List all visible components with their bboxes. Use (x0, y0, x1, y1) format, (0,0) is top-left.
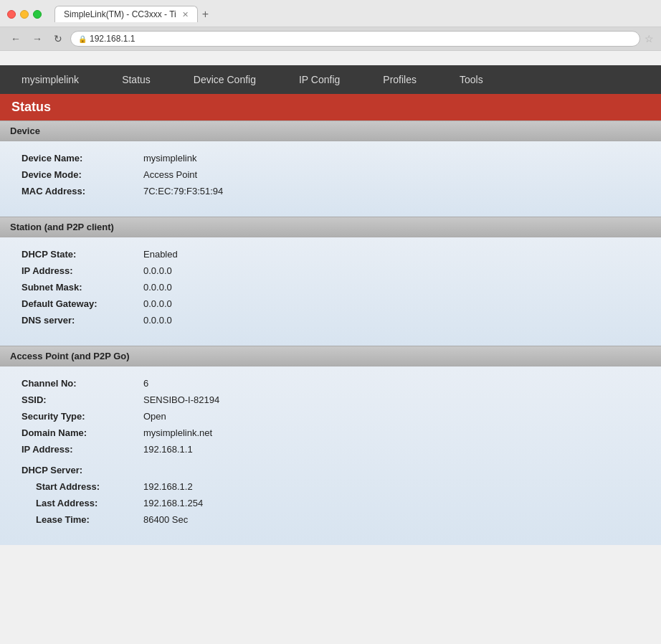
traffic-lights (7, 10, 42, 19)
subnet-mask-label: Subnet Mask: (22, 282, 143, 293)
section-station-header: Station (and P2P client) (0, 217, 661, 237)
minimize-button[interactable] (20, 10, 29, 19)
active-tab[interactable]: SimpleLink(TM) - CC3xxx - Ti ✕ (54, 6, 198, 22)
lock-icon: 🔒 (78, 35, 87, 43)
back-button[interactable]: ← (7, 32, 24, 46)
device-name-value: mysimplelink (143, 153, 196, 164)
security-type-value: Open (143, 411, 166, 422)
security-type-label: Security Type: (22, 411, 143, 422)
channel-no-label: Channel No: (22, 378, 143, 389)
station-ip-value: 0.0.0.0 (143, 265, 172, 276)
page-title-bar: Status (0, 94, 661, 120)
nav-item-status[interactable]: Status (100, 65, 172, 94)
maximize-button[interactable] (33, 10, 42, 19)
page-title: Status (11, 100, 650, 115)
bookmark-button[interactable]: ☆ (645, 33, 654, 44)
channel-no-value: 6 (143, 378, 148, 389)
reload-button[interactable]: ↻ (50, 32, 66, 46)
dhcp-state-label: DHCP State: (22, 249, 143, 260)
default-gateway-label: Default Gateway: (22, 298, 143, 309)
table-row: Security Type: Open (22, 411, 639, 422)
table-row: Default Gateway: 0.0.0.0 (22, 298, 639, 309)
table-row: Start Address: 192.168.1.2 (22, 481, 639, 492)
table-row: Domain Name: mysimplelink.net (22, 427, 639, 438)
mac-address-label: MAC Address: (22, 186, 143, 196)
table-row: Channel No: 6 (22, 378, 639, 389)
mac-address-value: 7C:EC:79:F3:51:94 (143, 186, 223, 196)
app-container: mysimplelink Status Device Config IP Con… (0, 65, 661, 545)
table-row: Device Mode: Access Point (22, 169, 639, 180)
tab-bar: SimpleLink(TM) - CC3xxx - Ti ✕ + (54, 6, 654, 22)
table-row: Lease Time: 86400 Sec (22, 514, 639, 525)
browser-chrome: SimpleLink(TM) - CC3xxx - Ti ✕ + ← → ↻ 🔒… (0, 0, 661, 51)
forward-button[interactable]: → (29, 32, 46, 46)
url-text: 192.168.1.1 (90, 34, 135, 44)
table-row: DHCP Server: (22, 465, 639, 475)
table-row: DHCP State: Enabled (22, 249, 639, 260)
nav-item-mysimplelink[interactable]: mysimplelink (0, 65, 100, 94)
table-row: Last Address: 192.168.1.254 (22, 498, 639, 508)
address-bar[interactable]: 🔒 192.168.1.1 (70, 31, 640, 47)
table-row: IP Address: 192.168.1.1 (22, 444, 639, 455)
table-row: Subnet Mask: 0.0.0.0 (22, 282, 639, 293)
nav-item-profiles[interactable]: Profiles (361, 65, 438, 94)
device-mode-label: Device Mode: (22, 169, 143, 180)
lease-time-label: Lease Time: (22, 514, 143, 525)
section-ap-body: Channel No: 6 SSID: SENSIBO-I-82194 Secu… (0, 366, 661, 545)
new-tab-button[interactable]: + (198, 6, 213, 22)
last-address-label: Last Address: (22, 498, 143, 508)
tab-close-button[interactable]: ✕ (182, 10, 189, 19)
ap-ip-label: IP Address: (22, 444, 143, 455)
default-gateway-value: 0.0.0.0 (143, 298, 172, 309)
domain-name-label: Domain Name: (22, 427, 143, 438)
table-row: Device Name: mysimplelink (22, 153, 639, 164)
station-ip-label: IP Address: (22, 265, 143, 276)
ssid-value: SENSIBO-I-82194 (143, 394, 219, 405)
section-station-body: DHCP State: Enabled IP Address: 0.0.0.0 … (0, 237, 661, 346)
table-row: DNS server: 0.0.0.0 (22, 315, 639, 326)
table-row: MAC Address: 7C:EC:79:F3:51:94 (22, 186, 639, 196)
device-name-label: Device Name: (22, 153, 143, 164)
section-device-header: Device (0, 120, 661, 141)
table-row: IP Address: 0.0.0.0 (22, 265, 639, 276)
start-address-value: 192.168.1.2 (143, 481, 193, 492)
section-device-body: Device Name: mysimplelink Device Mode: A… (0, 141, 661, 217)
table-row: SSID: SENSIBO-I-82194 (22, 394, 639, 405)
ssid-label: SSID: (22, 394, 143, 405)
ap-ip-value: 192.168.1.1 (143, 444, 193, 455)
dhcp-server-label: DHCP Server: (22, 465, 143, 475)
nav-item-device-config[interactable]: Device Config (172, 65, 277, 94)
section-access-point: Access Point (and P2P Go) Channel No: 6 … (0, 346, 661, 545)
start-address-label: Start Address: (22, 481, 143, 492)
subnet-mask-value: 0.0.0.0 (143, 282, 172, 293)
dns-server-value: 0.0.0.0 (143, 315, 172, 326)
section-device: Device Device Name: mysimplelink Device … (0, 120, 661, 217)
tab-title: SimpleLink(TM) - CC3xxx - Ti (64, 9, 176, 19)
device-mode-value: Access Point (143, 169, 197, 180)
browser-titlebar: SimpleLink(TM) - CC3xxx - Ti ✕ + (0, 0, 661, 27)
nav-item-tools[interactable]: Tools (438, 65, 505, 94)
browser-toolbar: ← → ↻ 🔒 192.168.1.1 ☆ (0, 27, 661, 50)
top-nav: mysimplelink Status Device Config IP Con… (0, 65, 661, 94)
section-ap-header: Access Point (and P2P Go) (0, 346, 661, 366)
close-button[interactable] (7, 10, 16, 19)
domain-name-value: mysimplelink.net (143, 427, 212, 438)
lease-time-value: 86400 Sec (143, 514, 188, 525)
section-station: Station (and P2P client) DHCP State: Ena… (0, 217, 661, 346)
dns-server-label: DNS server: (22, 315, 143, 326)
nav-item-ip-config[interactable]: IP Config (277, 65, 361, 94)
last-address-value: 192.168.1.254 (143, 498, 203, 508)
dhcp-state-value: Enabled (143, 249, 178, 260)
